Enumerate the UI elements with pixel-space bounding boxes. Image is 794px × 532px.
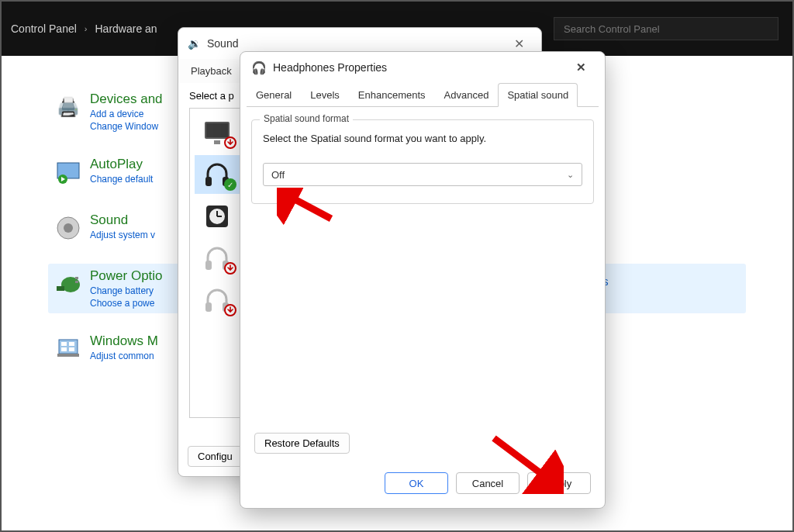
headphones-icon: 🎧 [251, 60, 267, 75]
chevron-down-icon: ⌄ [567, 170, 574, 180]
svg-rect-11 [69, 342, 74, 346]
search-input[interactable] [562, 22, 770, 36]
category-title: Sound [90, 212, 155, 228]
svg-rect-14 [57, 354, 79, 357]
category-link[interactable]: Add a device [90, 109, 163, 119]
svg-rect-10 [61, 342, 67, 346]
dialog-button-row: OK Cancel Apply [385, 472, 591, 494]
restore-defaults-button[interactable]: Restore Defaults [254, 433, 350, 454]
device-headphones-active[interactable]: ✓ [195, 155, 240, 194]
device-monitor[interactable] [195, 113, 240, 152]
category-link[interactable]: Change Window [90, 121, 163, 132]
svg-rect-16 [206, 123, 228, 137]
svg-point-4 [64, 223, 73, 233]
mobility-icon [53, 333, 84, 364]
svg-rect-7 [75, 277, 78, 279]
category-link[interactable]: Change battery [90, 285, 163, 296]
down-arrow-badge [224, 304, 236, 316]
category-link[interactable]: Adjust system v [90, 230, 155, 240]
group-label: Spatial sound format [260, 113, 353, 124]
properties-titlebar[interactable]: 🎧 Headphones Properties ✕ [240, 52, 605, 83]
breadcrumb-item[interactable]: Hardware an [95, 22, 157, 35]
properties-tabs: General Levels Enhancements Advanced Spa… [240, 83, 605, 107]
tab-general[interactable]: General [247, 83, 301, 107]
headphones-properties-dialog: 🎧 Headphones Properties ✕ General Levels… [240, 51, 606, 509]
printer-icon: 🖨️ [53, 92, 84, 123]
apply-button[interactable]: Apply [527, 472, 591, 494]
category-title: AutoPlay [90, 157, 153, 172]
speaker-icon: 🔉 [188, 37, 201, 50]
window-title: Sound [207, 37, 238, 50]
category-link[interactable]: Change default [90, 174, 153, 185]
tab-advanced[interactable]: Advanced [435, 83, 499, 107]
breadcrumb: Control Panel › Hardware an [11, 22, 157, 35]
configure-button[interactable]: Configu [188, 446, 243, 467]
ok-button[interactable]: OK [385, 472, 448, 494]
tab-spatial-sound[interactable]: Spatial sound [498, 83, 578, 107]
down-arrow-badge [224, 262, 236, 275]
autoplay-icon [53, 157, 84, 188]
svg-rect-9 [59, 340, 78, 354]
dropdown-value: Off [271, 169, 285, 181]
svg-rect-24 [205, 261, 212, 270]
device-headphones-disabled[interactable] [195, 281, 240, 320]
spatial-sound-group: Spatial sound format Select the Spatial … [251, 119, 594, 204]
chevron-right-icon: › [85, 24, 88, 33]
svg-rect-13 [69, 347, 74, 351]
close-icon[interactable]: ✕ [568, 56, 594, 79]
svg-rect-17 [214, 140, 220, 144]
speaker-icon [53, 212, 84, 244]
category-title: Windows M [90, 333, 158, 349]
breadcrumb-item[interactable]: Control Panel [11, 22, 77, 35]
checkmark-badge: ✓ [224, 178, 236, 191]
svg-rect-6 [57, 286, 64, 291]
select-label: Select a p [189, 90, 234, 102]
group-description: Select the Spatial sound format you want… [263, 133, 582, 144]
category-title: Devices and [90, 92, 163, 107]
category-title: Power Optio [90, 268, 163, 284]
category-link[interactable]: Adjust common [90, 351, 158, 361]
tab-levels[interactable]: Levels [301, 83, 349, 107]
tab-playback[interactable]: Playback [183, 59, 240, 83]
search-box[interactable] [554, 17, 778, 40]
category-link[interactable]: Choose a powe [90, 298, 163, 309]
cancel-button[interactable]: Cancel [456, 472, 520, 494]
tab-enhancements[interactable]: Enhancements [349, 83, 435, 107]
device-clock[interactable] [195, 197, 240, 236]
window-title: Headphones Properties [273, 61, 387, 74]
down-arrow-badge [224, 136, 236, 149]
svg-rect-26 [205, 302, 212, 312]
power-icon [53, 268, 84, 299]
device-headphones-disabled[interactable] [195, 239, 240, 278]
svg-rect-12 [61, 347, 67, 351]
spatial-sound-dropdown[interactable]: Off ⌄ [263, 163, 582, 186]
svg-rect-8 [75, 281, 78, 283]
svg-rect-18 [205, 177, 212, 186]
